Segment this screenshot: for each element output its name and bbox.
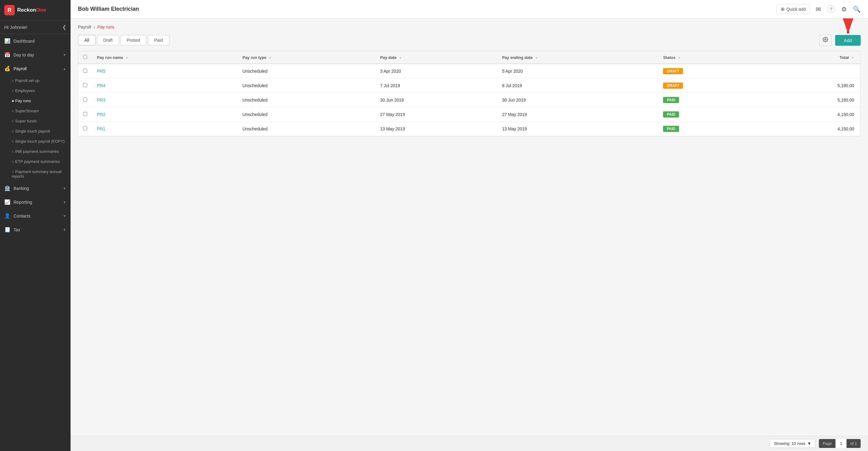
col-total[interactable]: Total ▼ bbox=[763, 51, 860, 64]
banking-icon: 🏦 bbox=[4, 185, 10, 191]
breadcrumb-separator: › bbox=[94, 25, 95, 29]
showing-rows-selector[interactable]: Showing: 10 rows ▼ bbox=[770, 439, 815, 448]
tax-icon: 🧾 bbox=[4, 227, 10, 232]
row-select-checkbox-4[interactable] bbox=[83, 126, 87, 130]
sidebar-item-employees[interactable]: ○ Employees bbox=[0, 86, 70, 96]
etp-payment-summaries-label: ETP payment summaries bbox=[15, 159, 60, 164]
sidebar-item-day-to-day[interactable]: 📅 Day to day ▼ bbox=[0, 48, 70, 62]
col-pay-run-type[interactable]: Pay run type ▼ bbox=[238, 51, 375, 64]
filter-tab-posted[interactable]: Posted bbox=[120, 35, 147, 45]
row-select-checkbox-0[interactable] bbox=[83, 69, 87, 73]
sidebar: R ReckonOne Hi Johnnie! ❮ 📊 Dashboard 📅 … bbox=[0, 0, 70, 451]
sidebar-item-reporting[interactable]: 📈 Reporting ▼ bbox=[0, 195, 70, 209]
content-area: Payroll › Pay runs All Draft Posted Paid bbox=[70, 19, 868, 436]
row-total-4: 4,150.00 bbox=[763, 122, 860, 136]
filter-tab-all[interactable]: All bbox=[78, 35, 96, 45]
status-badge-1: DRAFT bbox=[663, 83, 683, 89]
sidebar-item-dashboard[interactable]: 📊 Dashboard bbox=[0, 34, 70, 48]
status-badge-2: PAID bbox=[663, 97, 679, 103]
breadcrumb-payroll[interactable]: Payroll bbox=[78, 25, 91, 29]
col-pay-ending-date[interactable]: Pay ending date ▼ bbox=[497, 51, 658, 64]
row-checkbox-0 bbox=[78, 64, 92, 78]
sidebar-item-inb-payment-summaries[interactable]: ○ INB payment summaries bbox=[0, 146, 70, 157]
sidebar-item-payment-summary-annual-reports[interactable]: ○ Payment summary annual reports bbox=[0, 167, 70, 181]
pay-runs-label: Pay runs bbox=[15, 98, 31, 103]
row-pay-date-1: 7 Jul 2019 bbox=[375, 78, 497, 93]
table-row[interactable]: PR4 Unscheduled 7 Jul 2019 8 Jul 2019 DR… bbox=[78, 78, 860, 93]
sidebar-item-label-day-to-day: Day to day bbox=[13, 53, 34, 57]
add-button[interactable]: Add bbox=[835, 35, 861, 46]
page-navigation: Page of 1 bbox=[819, 439, 861, 448]
filter-tab-draft[interactable]: Draft bbox=[97, 35, 119, 45]
row-pay-date-0: 3 Apr 2020 bbox=[375, 64, 497, 78]
select-all-checkbox[interactable] bbox=[83, 55, 87, 59]
reporting-icon: 📈 bbox=[4, 199, 10, 205]
row-select-checkbox-2[interactable] bbox=[83, 98, 87, 102]
sidebar-nav: 📊 Dashboard 📅 Day to day ▼ 💰 Payroll ▲ ○… bbox=[0, 34, 70, 451]
row-pay-ending-date-1: 8 Jul 2019 bbox=[497, 78, 658, 93]
sidebar-item-super-funds[interactable]: ○ Super funds bbox=[0, 116, 70, 126]
table-row[interactable]: PR3 Unscheduled 30 Jun 2019 30 Jun 2019 … bbox=[78, 93, 860, 107]
sidebar-item-contacts[interactable]: 👤 Contacts ▼ bbox=[0, 209, 70, 223]
sort-icon-pay-ending-date: ▼ bbox=[535, 56, 538, 60]
page-input[interactable] bbox=[835, 439, 846, 448]
row-select-checkbox-1[interactable] bbox=[83, 83, 87, 87]
header: Bob William Electrician ⊕ Quick add ✉ ? … bbox=[70, 0, 868, 19]
payment-summary-annual-reports-label: Payment summary annual reports bbox=[12, 169, 61, 179]
row-pay-run-name-2[interactable]: PR3 bbox=[92, 93, 238, 107]
add-button-container: Add bbox=[835, 35, 861, 46]
sidebar-user: Hi Johnnie! ❮ bbox=[0, 21, 70, 34]
row-pay-run-type-4: Unscheduled bbox=[238, 122, 375, 136]
superstream-label: SuperStream bbox=[15, 108, 39, 113]
row-pay-run-type-2: Unscheduled bbox=[238, 93, 375, 107]
sidebar-item-payroll-setup[interactable]: ○ Payroll set up bbox=[0, 75, 70, 86]
row-pay-ending-date-3: 27 May 2019 bbox=[497, 107, 658, 122]
day-to-day-icon: 📅 bbox=[4, 52, 10, 58]
sidebar-item-tax[interactable]: 🧾 Tax ▼ bbox=[0, 223, 70, 236]
email-icon[interactable]: ✉ bbox=[816, 5, 821, 13]
row-pay-run-name-4[interactable]: PR1 bbox=[92, 122, 238, 136]
status-badge-0: DRAFT bbox=[663, 68, 683, 74]
sort-icon-pay-date: ▼ bbox=[399, 56, 402, 60]
sidebar-item-payroll[interactable]: 💰 Payroll ▲ bbox=[0, 62, 70, 75]
sidebar-item-single-touch-payroll-eofy[interactable]: ○ Single touch payroll (EOFY) bbox=[0, 136, 70, 146]
row-checkbox-2 bbox=[78, 93, 92, 107]
sidebar-item-banking[interactable]: 🏦 Banking ▼ bbox=[0, 181, 70, 195]
filter-tab-paid[interactable]: Paid bbox=[148, 35, 169, 45]
logo-icon: R bbox=[4, 5, 15, 15]
row-pay-ending-date-2: 30 Jun 2019 bbox=[497, 93, 658, 107]
row-pay-run-name-3[interactable]: PR2 bbox=[92, 107, 238, 122]
search-icon[interactable]: 🔍 bbox=[853, 5, 861, 13]
row-status-2: PAID bbox=[658, 93, 763, 107]
header-actions: ⊕ Quick add ✉ ? ⚙ 🔍 bbox=[777, 4, 861, 14]
row-pay-run-name-1[interactable]: PR4 bbox=[92, 78, 238, 93]
sidebar-item-pay-runs[interactable]: ● Pay runs bbox=[0, 96, 70, 106]
sidebar-logo: R ReckonOne bbox=[0, 0, 70, 21]
sidebar-collapse-button[interactable]: ❮ bbox=[62, 24, 66, 30]
row-select-checkbox-3[interactable] bbox=[83, 112, 87, 116]
business-name: Bob William Electrician bbox=[78, 6, 139, 12]
wrench-icon bbox=[823, 37, 828, 42]
quick-add-label: Quick add bbox=[786, 7, 806, 12]
col-pay-date[interactable]: Pay date ▼ bbox=[375, 51, 497, 64]
col-pay-run-name[interactable]: Pay run name ▼ bbox=[92, 51, 238, 64]
sidebar-item-etp-payment-summaries[interactable]: ○ ETP payment summaries bbox=[0, 157, 70, 167]
table-body: PR5 Unscheduled 3 Apr 2020 5 Apr 2020 DR… bbox=[78, 64, 860, 136]
chevron-down-icon-reporting: ▼ bbox=[63, 200, 66, 204]
col-status[interactable]: Status ▼ bbox=[658, 51, 763, 64]
sidebar-item-single-touch-payroll[interactable]: ○ Single touch payroll bbox=[0, 126, 70, 136]
settings-icon[interactable]: ⚙ bbox=[841, 5, 847, 13]
row-pay-run-name-0[interactable]: PR5 bbox=[92, 64, 238, 78]
help-icon[interactable]: ? bbox=[827, 5, 835, 13]
pay-runs-table: Pay run name ▼ Pay run type ▼ Pay date ▼… bbox=[78, 51, 861, 136]
table-row[interactable]: PR1 Unscheduled 13 May 2019 13 May 2019 … bbox=[78, 122, 860, 136]
row-pay-ending-date-0: 5 Apr 2020 bbox=[497, 64, 658, 78]
table-row[interactable]: PR5 Unscheduled 3 Apr 2020 5 Apr 2020 DR… bbox=[78, 64, 860, 78]
sidebar-item-superstream[interactable]: ○ SuperStream bbox=[0, 106, 70, 116]
sort-icon-pay-run-type: ▼ bbox=[269, 56, 272, 60]
row-status-0: DRAFT bbox=[658, 64, 763, 78]
row-total-0 bbox=[763, 64, 860, 78]
table-row[interactable]: PR2 Unscheduled 27 May 2019 27 May 2019 … bbox=[78, 107, 860, 122]
quick-add-button[interactable]: ⊕ Quick add bbox=[777, 4, 810, 14]
column-settings-button[interactable] bbox=[819, 34, 832, 46]
